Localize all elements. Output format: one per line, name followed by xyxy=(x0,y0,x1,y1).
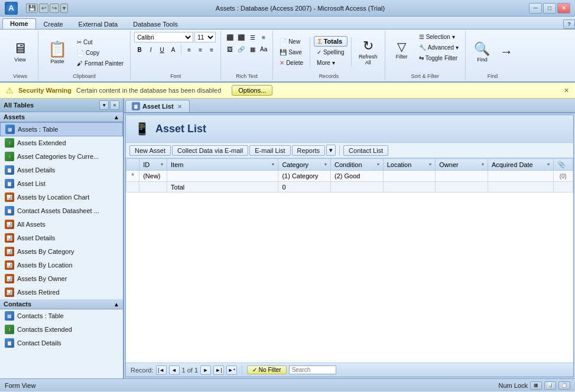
list-btn[interactable]: ☰ xyxy=(247,32,258,43)
col-header-attachment[interactable]: 📎 xyxy=(553,159,573,171)
align-left-button[interactable]: ≡ xyxy=(184,44,194,55)
col-header-id[interactable]: ID ▾ xyxy=(139,159,167,171)
minimize-btn[interactable]: ─ xyxy=(529,3,542,14)
nav-item-assets-location-chart[interactable]: 📊 Assets by Location Chart xyxy=(0,191,123,204)
nav-dropdown-btn[interactable]: ▾ xyxy=(99,100,109,110)
col-header-owner[interactable]: Owner ▾ xyxy=(436,159,488,171)
col-header-item[interactable]: Item ▾ xyxy=(167,159,278,171)
spelling-btn[interactable]: ✓ Spelling xyxy=(314,47,347,57)
nav-last-btn[interactable]: ►| xyxy=(213,365,224,375)
nav-item-assets-by-owner[interactable]: 📊 Assets By Owner xyxy=(0,272,123,286)
new-row-category[interactable]: (1) Category xyxy=(278,171,331,182)
font-size-select[interactable]: 11 xyxy=(194,32,216,43)
style-btn[interactable]: Aa xyxy=(258,44,269,54)
nav-item-assets-by-location[interactable]: 📊 Assets By Location xyxy=(0,259,123,272)
contact-list-btn[interactable]: Contact List xyxy=(343,145,388,156)
new-row-condition[interactable]: (2) Good xyxy=(331,171,384,182)
new-data-row[interactable]: * (New) (1) Category (2) Good xyxy=(126,171,573,182)
img-btn[interactable]: 🖼 xyxy=(225,44,235,54)
ribbon-help-btn[interactable]: ? xyxy=(563,19,575,29)
new-row-owner[interactable] xyxy=(436,171,488,182)
view-button[interactable]: 🖥 View xyxy=(6,34,34,70)
options-button[interactable]: Options... xyxy=(232,85,272,96)
ordered-list-btn[interactable]: ≡ xyxy=(258,32,269,43)
customize-btn[interactable]: ▾ xyxy=(60,4,68,13)
tab-home[interactable]: Home xyxy=(2,18,36,29)
advanced-btn[interactable]: 🔧 Advanced ▾ xyxy=(416,43,462,53)
save-quick-btn[interactable]: 💾 xyxy=(26,4,38,13)
new-asset-btn[interactable]: New Asset xyxy=(129,145,171,156)
search-input[interactable] xyxy=(289,365,336,374)
italic-button[interactable]: I xyxy=(145,44,156,55)
tab-external[interactable]: External Data xyxy=(71,19,126,29)
nav-item-contact-assets[interactable]: 📋 Contact Assets Datasheet ... xyxy=(0,204,123,218)
col-header-location[interactable]: Location ▾ xyxy=(383,159,436,171)
align-right-button[interactable]: ≡ xyxy=(206,44,217,55)
table-btn[interactable]: ▦ xyxy=(247,44,258,54)
no-filter-btn[interactable]: ✓ No Filter xyxy=(247,365,287,374)
redo-btn[interactable]: ↪ xyxy=(50,4,59,13)
copy-button[interactable]: 📄Copy xyxy=(74,48,126,58)
col-header-category[interactable]: Category ▾ xyxy=(278,159,331,171)
font-color-button[interactable]: A xyxy=(168,44,178,55)
nav-item-assets-retired[interactable]: 📊 Assets Retired xyxy=(0,286,123,299)
new-record-btn[interactable]: 📄 New xyxy=(277,37,306,47)
refresh-all-btn[interactable]: ↻ Refresh All xyxy=(355,34,381,70)
col-header-condition[interactable]: Condition ▾ xyxy=(331,159,384,171)
font-family-select[interactable]: Calibri xyxy=(134,32,193,43)
nav-next-btn[interactable]: ► xyxy=(200,365,211,375)
tab-close-btn[interactable]: ✕ xyxy=(176,103,183,110)
totals-btn[interactable]: Σ Totals xyxy=(314,36,347,47)
nav-header[interactable]: All Tables ▾ « xyxy=(0,99,123,112)
tab-tools[interactable]: Database Tools xyxy=(125,19,186,29)
more-btn[interactable]: More ▾ xyxy=(314,58,347,68)
new-row-location[interactable] xyxy=(383,171,436,182)
nav-toggle-btn[interactable]: « xyxy=(110,100,119,110)
collect-data-btn[interactable]: Collect Data via E-mail xyxy=(172,145,248,156)
close-btn[interactable]: ✕ xyxy=(557,3,570,14)
underline-button[interactable]: U xyxy=(157,44,167,55)
nav-item-asset-details-form[interactable]: 📋 Asset Details xyxy=(0,164,123,177)
reports-btn[interactable]: Reports xyxy=(292,145,326,156)
nav-item-contacts-table[interactable]: ▦ Contacts : Table xyxy=(0,309,123,323)
nav-new-btn[interactable]: ►* xyxy=(226,365,237,375)
nav-section-assets[interactable]: Assets ▲ xyxy=(0,112,123,122)
status-indicator-2[interactable]: 📊 xyxy=(544,381,556,390)
nav-item-asset-categories[interactable]: ! Asset Categories by Curre... xyxy=(0,150,123,164)
bold-button[interactable]: B xyxy=(134,44,145,55)
new-row-id[interactable]: (New) xyxy=(139,171,167,182)
nav-item-all-assets[interactable]: 📊 All Assets xyxy=(0,218,123,231)
nav-prev-btn[interactable]: ◄ xyxy=(169,365,180,375)
nav-item-assets-by-category[interactable]: 📊 Assets By Category xyxy=(0,245,123,259)
new-row-item[interactable] xyxy=(167,171,278,182)
maximize-btn[interactable]: □ xyxy=(543,3,556,14)
col-header-acquired[interactable]: Acquired Date ▾ xyxy=(488,159,553,171)
nav-item-asset-details-report[interactable]: 📊 Asset Details xyxy=(0,231,123,245)
align-center-button[interactable]: ≡ xyxy=(195,44,206,55)
window-controls[interactable]: ─ □ ✕ xyxy=(529,3,570,14)
format-painter-button[interactable]: 🖌Format Painter xyxy=(74,58,126,68)
nav-item-assets-table[interactable]: ▦ Assets : Table xyxy=(0,122,123,136)
new-row-attachment[interactable]: (0) xyxy=(553,171,573,182)
paste-button[interactable]: 📋 Paste xyxy=(42,35,73,68)
email-list-btn[interactable]: E-mail List xyxy=(249,145,290,156)
nav-first-btn[interactable]: |◄ xyxy=(156,365,167,375)
save-record-btn[interactable]: 💾 Save xyxy=(277,47,306,57)
reports-dropdown[interactable]: ▾ xyxy=(326,145,336,156)
toggle-filter-btn[interactable]: ⇆ Toggle Filter xyxy=(416,53,462,63)
status-indicator-1[interactable]: ▦ xyxy=(530,381,542,390)
selection-btn[interactable]: ☰ Selection ▾ xyxy=(416,32,462,42)
data-grid[interactable]: ID ▾ Item ▾ xyxy=(126,158,573,362)
nav-item-asset-list-form[interactable]: 📋 Asset List xyxy=(0,177,123,191)
goto-btn[interactable]: → xyxy=(497,34,516,70)
security-close-btn[interactable]: ✕ xyxy=(564,87,569,94)
outdent-btn[interactable]: ⬛ xyxy=(236,32,246,43)
find-btn[interactable]: 🔍 Find xyxy=(469,34,495,70)
cut-button[interactable]: ✂Cut xyxy=(74,37,126,47)
nav-item-contact-details[interactable]: 📋 Contact Details xyxy=(0,337,123,350)
nav-item-assets-extended[interactable]: ! Assets Extended xyxy=(0,136,123,150)
delete-record-btn[interactable]: ✕ Delete xyxy=(277,58,306,68)
indent-btn[interactable]: ⬛ xyxy=(225,32,235,43)
status-indicator-3[interactable]: 📋 xyxy=(558,381,570,390)
tab-create[interactable]: Create xyxy=(36,19,71,29)
